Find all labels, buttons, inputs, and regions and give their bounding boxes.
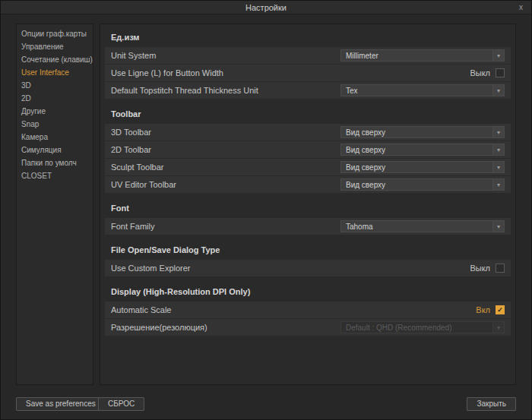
toggle-state-label: Выкл [470, 68, 490, 77]
sidebar: Опции граф.карты Управление Сочетание (к… [16, 24, 93, 385]
sidebar-item-graphics-options[interactable]: Опции граф.карты [17, 27, 93, 40]
sidebar-item-simulation[interactable]: Симуляция [17, 144, 93, 156]
save-as-preferences-button[interactable]: Save as preferences [16, 397, 106, 411]
unit-system-select[interactable]: Millimeter ▾ [340, 49, 505, 62]
sidebar-item-3d[interactable]: 3D [17, 79, 93, 92]
section-toolbar: Toolbar 3D Toolbar Вид сверху ▾ 2D Toolb… [105, 106, 511, 193]
select-value: Millimeter [346, 52, 492, 60]
setting-label: Use Custom Explorer [111, 264, 470, 273]
sidebar-item-user-interface[interactable]: User Interface [17, 66, 93, 79]
setting-row: UV Editor Toolbar Вид сверху ▾ [105, 176, 511, 193]
setting-row: Разрешение(резолюция) Default : QHD (Rec… [105, 319, 511, 336]
setting-label: 2D Toolbar [111, 145, 340, 154]
3d-toolbar-select[interactable]: Вид сверху ▾ [340, 126, 505, 138]
custom-explorer-checkbox[interactable] [496, 264, 505, 273]
setting-row: 2D Toolbar Вид сверху ▾ [105, 141, 511, 158]
select-value: Вид сверху [346, 128, 492, 137]
dialog-body: Опции граф.карты Управление Сочетание (к… [16, 24, 516, 385]
settings-dialog: Настройки x Опции граф.карты Управление … [0, 0, 532, 420]
sidebar-item-shortcuts[interactable]: Сочетание (клавиш) [17, 53, 93, 66]
sculpt-toolbar-select[interactable]: Вид сверху ▾ [340, 161, 505, 173]
section-font: Font Font Family Tahoma ▾ [105, 200, 511, 235]
sidebar-item-other[interactable]: Другие [17, 105, 93, 118]
section-header: Toolbar [105, 106, 511, 124]
setting-row: Unit System Millimeter ▾ [105, 47, 511, 64]
setting-row: Font Family Tahoma ▾ [105, 218, 511, 235]
setting-row: Default Topstitch Thread Thickness Unit … [105, 82, 511, 99]
select-value: Вид сверху [346, 146, 492, 154]
topstitch-thickness-unit-select[interactable]: Tex ▾ [340, 84, 505, 96]
setting-label: Default Topstitch Thread Thickness Unit [111, 86, 340, 95]
chevron-down-icon[interactable]: ▾ [492, 221, 504, 232]
select-value: Вид сверху [346, 163, 492, 172]
setting-label: Sculpt Toolbar [111, 163, 340, 172]
chevron-down-icon[interactable]: ▾ [492, 179, 504, 190]
section-units: Ед.изм Unit System Millimeter ▾ Use Lign… [105, 29, 511, 99]
chevron-down-icon[interactable]: ▾ [492, 144, 504, 155]
sidebar-item-snap[interactable]: Snap [17, 118, 93, 131]
section-header: Ед.изм [105, 29, 511, 47]
sidebar-item-closet[interactable]: CLOSET [17, 169, 93, 182]
section-file-dialog: File Open/Save Dialog Type Use Custom Ex… [105, 242, 511, 276]
toggle-state-label: Вкл [476, 305, 490, 314]
setting-row: Use Ligne (L) for Button Width Выкл [105, 65, 511, 81]
setting-label: Font Family [111, 222, 340, 231]
select-value: Default : QHD (Recommended) [346, 324, 492, 332]
chevron-down-icon[interactable]: ▾ [492, 162, 504, 172]
setting-label: Unit System [111, 51, 340, 60]
footer: Save as preferences СБРОС Закрыть [16, 397, 516, 411]
setting-label: Разрешение(резолюция) [111, 323, 340, 332]
section-header: File Open/Save Dialog Type [105, 242, 511, 260]
close-icon[interactable]: x [517, 2, 525, 14]
section-header: Display (High-Resolution DPI Only) [105, 283, 511, 302]
select-value: Tex [346, 87, 492, 95]
chevron-down-icon[interactable]: ▾ [492, 85, 504, 96]
sidebar-item-camera[interactable]: Камера [17, 131, 93, 144]
dialog-title: Настройки [245, 3, 287, 12]
setting-label: Use Ligne (L) for Button Width [111, 68, 470, 77]
select-value: Tahoma [346, 223, 492, 231]
sidebar-item-default-folders[interactable]: Папки по умолч [17, 156, 93, 169]
close-button[interactable]: Закрыть [467, 397, 516, 411]
font-family-select[interactable]: Tahoma ▾ [340, 220, 505, 232]
automatic-scale-checkbox[interactable]: ✓ [496, 305, 505, 314]
titlebar: Настройки x [1, 1, 531, 14]
2d-toolbar-select[interactable]: Вид сверху ▾ [340, 144, 505, 156]
ligne-button-width-checkbox[interactable] [496, 68, 505, 77]
chevron-down-icon[interactable]: ▾ [492, 50, 504, 61]
setting-row: 3D Toolbar Вид сверху ▾ [105, 124, 511, 141]
reset-button[interactable]: СБРОС [98, 397, 144, 411]
setting-label: UV Editor Toolbar [111, 180, 340, 189]
setting-row: Automatic Scale Вкл ✓ [105, 302, 511, 318]
chevron-down-icon: ▾ [492, 322, 504, 333]
setting-label: Automatic Scale [111, 305, 476, 314]
setting-row: Sculpt Toolbar Вид сверху ▾ [105, 159, 511, 175]
resolution-select: Default : QHD (Recommended) ▾ [340, 321, 505, 333]
settings-content: Ед.изм Unit System Millimeter ▾ Use Lign… [100, 24, 516, 385]
toggle-state-label: Выкл [470, 264, 490, 273]
chevron-down-icon[interactable]: ▾ [492, 127, 504, 137]
sidebar-item-2d[interactable]: 2D [17, 92, 93, 105]
setting-row: Use Custom Explorer Выкл [105, 260, 511, 276]
section-header: Font [105, 200, 511, 218]
setting-label: 3D Toolbar [111, 128, 340, 137]
sidebar-item-controls[interactable]: Управление [17, 40, 93, 53]
select-value: Вид сверху [346, 181, 492, 189]
uv-editor-toolbar-select[interactable]: Вид сверху ▾ [340, 178, 505, 191]
section-display: Display (High-Resolution DPI Only) Autom… [105, 283, 511, 336]
